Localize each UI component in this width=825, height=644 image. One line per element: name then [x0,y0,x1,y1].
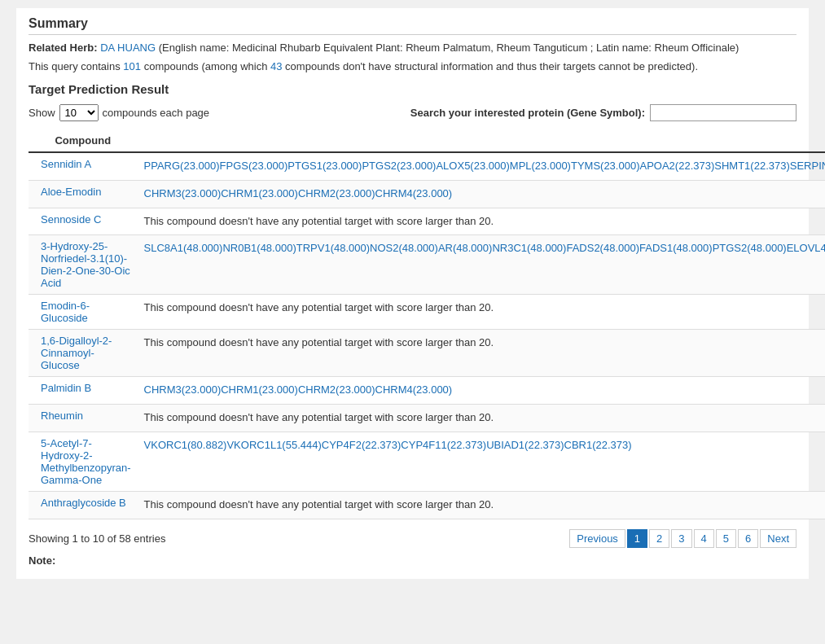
no-target-text: This compound doesn't have any potential… [144,215,494,227]
page-btn-5[interactable]: 5 [716,529,736,548]
no-target-text: This compound doesn't have any potential… [144,498,494,510]
target-link[interactable]: SERPINE1(22.373) [790,160,825,172]
target-link[interactable]: PPARG(23.000) [144,160,220,172]
targets-cell: VKORC1(80.882)VKORC1L1(55.444)CYP4F2(22.… [138,432,825,491]
target-link[interactable]: TYMS(23.000) [571,160,640,172]
compound-cell[interactable]: Emodin-6-Glucoside [29,295,138,330]
target-link[interactable]: CHRM1(23.000) [221,187,298,199]
related-herb-line: Related Herb: DA HUANG (English name: Me… [29,42,796,54]
show-control: Show 10 25 50 100 compounds each page [29,104,209,121]
target-link[interactable]: ALOX5(23.000) [436,160,509,172]
target-link[interactable]: CBR1(22.373) [564,439,632,451]
target-link[interactable]: FADS1(48.000) [639,242,713,254]
target-link[interactable]: VKORC1(80.882) [144,439,227,451]
compound-cell[interactable]: Palmidin B [29,377,138,405]
target-link[interactable]: FPGS(23.000) [220,160,288,172]
no-target-text: This compound doesn't have any potential… [144,301,494,313]
next-btn[interactable]: Next [760,529,796,548]
target-link[interactable]: PTGS2(48.000) [713,242,787,254]
target-link[interactable]: SHMT1(22.373) [714,160,789,172]
compound-cell[interactable]: Anthraglycoside B [29,491,138,519]
target-link[interactable]: CHRM1(23.000) [221,383,298,396]
targets-cell: This compound doesn't have any potential… [138,405,825,432]
targets-cell: This compound doesn't have any potential… [138,295,825,330]
pagination-controls: Previous 123456Next [569,529,796,548]
target-link[interactable]: AR(48.000) [438,242,492,254]
target-link[interactable]: VKORC1L1(55.444) [226,439,321,451]
related-herb-link[interactable]: DA HUANG [100,42,156,54]
page-btn-4[interactable]: 4 [694,529,714,548]
targets-cell: CHRM3(23.000)CHRM1(23.000)CHRM2(23.000)C… [138,377,825,405]
compound-cell[interactable]: 5-Acetyl-7-Hydroxy-2-Methylbenzopyran-Ga… [29,432,138,491]
target-link[interactable]: CHRM3(23.000) [144,187,222,199]
results-table: Compound Predicted targets [Gene Symbol]… [29,129,825,519]
pagination-row: Showing 1 to 10 of 58 entries Previous 1… [29,529,796,548]
target-link[interactable]: CHRM2(23.000) [298,187,375,199]
target-link[interactable]: CHRM4(23.000) [375,383,453,396]
targets-cell: This compound doesn't have any potential… [138,208,825,235]
page-btn-2[interactable]: 2 [649,529,669,548]
target-link[interactable]: NR0B1(48.000) [222,242,296,254]
target-link[interactable]: ELOVL4(48.000) [787,242,825,254]
target-link[interactable]: CHRM2(23.000) [298,383,375,396]
col-compound-header: Compound [29,129,138,152]
target-link[interactable]: MPL(23.000) [510,160,571,172]
target-link[interactable]: FADS2(48.000) [566,242,639,254]
search-input[interactable] [650,104,796,121]
compound-cell[interactable]: 1,6-Digalloyl-2-Cinnamoyl-Glucose [29,330,138,377]
section-title: Summary [29,16,796,35]
pagination-info: Showing 1 to 10 of 58 entries [29,532,165,545]
target-link[interactable]: CYP4F2(22.373) [322,439,402,451]
controls-row: Show 10 25 50 100 compounds each page Se… [29,104,796,121]
targets-cell: PPARG(23.000)FPGS(23.000)PTGS1(23.000)PT… [138,152,825,180]
targets-cell: CHRM3(23.000)CHRM1(23.000)CHRM2(23.000)C… [138,180,825,208]
compounds-per-page-label: compounds each page [103,107,210,119]
related-herb-english: (English name: Medicinal Rhubarb Equival… [159,42,739,54]
target-link[interactable]: PTGS1(23.000) [287,160,362,172]
page-btn-3[interactable]: 3 [671,529,691,548]
compound-cell[interactable]: Sennoside C [29,208,138,235]
compound-cell[interactable]: Sennidin A [29,152,138,180]
page-btn-6[interactable]: 6 [738,529,758,548]
target-link[interactable]: SLC8A1(48.000) [144,242,223,254]
related-herb-label: Related Herb: [29,42,98,54]
no-target-text: This compound doesn't have any potential… [144,411,494,423]
search-control: Search your interested protein (Gene Sym… [410,104,796,121]
no-target-text: This compound doesn't have any potential… [144,336,494,348]
target-prediction-title: Target Prediction Result [29,82,796,96]
search-label: Search your interested protein (Gene Sym… [410,107,645,119]
compound-cell[interactable]: Aloe-Emodin [29,180,138,208]
count-101-link[interactable]: 101 [123,60,141,72]
target-link[interactable]: UBIAD1(22.373) [486,439,564,451]
target-link[interactable]: TRPV1(48.000) [296,242,370,254]
target-link[interactable]: CYP4F11(22.373) [401,439,486,451]
per-page-select[interactable]: 10 25 50 100 [59,104,99,121]
targets-cell: This compound doesn't have any potential… [138,491,825,519]
target-link[interactable]: CHRM4(23.000) [375,187,453,199]
show-label: Show [29,107,55,119]
col-targets-header: Predicted targets [Gene Symbol] ranked a… [138,129,825,152]
compound-cell[interactable]: 3-Hydroxy-25-Norfriedel-3.1(10)-Dien-2-O… [29,235,138,295]
compound-cell[interactable]: Rheumin [29,405,138,432]
targets-cell: SLC8A1(48.000)NR0B1(48.000)TRPV1(48.000)… [138,235,825,295]
target-link[interactable]: PTGS2(23.000) [362,160,436,172]
targets-cell: This compound doesn't have any potential… [138,330,825,377]
target-link[interactable]: NOS2(48.000) [370,242,438,254]
target-link[interactable]: CHRM3(23.000) [144,383,222,396]
target-link[interactable]: NR3C1(48.000) [492,242,566,254]
count-43-link[interactable]: 43 [270,60,282,72]
note-label: Note: [29,554,796,567]
target-link[interactable]: APOA2(22.373) [640,160,715,172]
page-btn-1[interactable]: 1 [627,529,647,548]
query-info: This query contains 101 compounds (among… [29,60,796,72]
previous-btn[interactable]: Previous [569,529,625,548]
